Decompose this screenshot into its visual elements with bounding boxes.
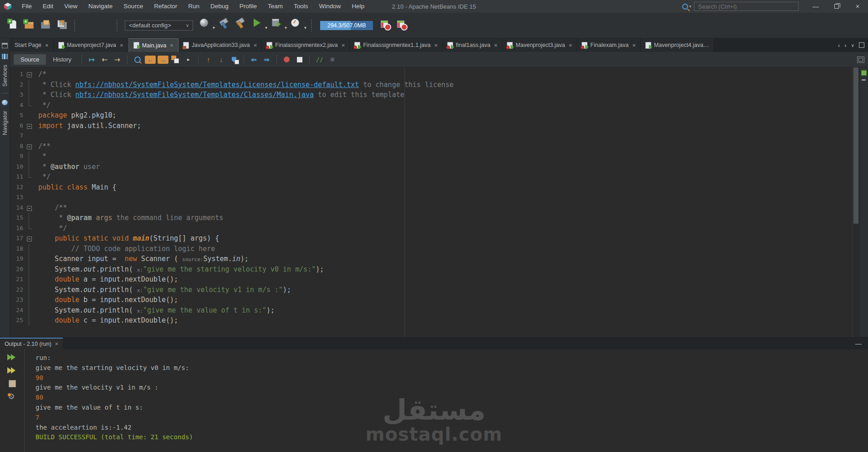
line-number[interactable]: 20 — [10, 264, 26, 275]
menu-item-team[interactable]: Team — [262, 0, 288, 13]
line-number[interactable]: 9 — [10, 151, 26, 162]
menu-item-source[interactable]: Source — [118, 0, 148, 13]
fold-toggle-icon[interactable] — [26, 141, 35, 152]
search-input[interactable] — [694, 2, 799, 11]
line-number[interactable]: 12 — [10, 182, 26, 193]
run-icon[interactable] — [250, 16, 263, 29]
tab-close-icon[interactable]: × — [434, 42, 438, 48]
record-icon[interactable] — [281, 54, 292, 65]
line-number[interactable]: 1 — [10, 69, 26, 80]
code-line[interactable]: 24 System.out.println( x:"give me the va… — [10, 305, 852, 316]
line-number[interactable]: 4 — [10, 100, 26, 111]
code-line[interactable]: 4 */ — [10, 100, 852, 111]
search-icon[interactable] — [682, 4, 688, 10]
uncomment-icon[interactable] — [327, 54, 338, 65]
line-number[interactable]: 19 — [10, 254, 26, 264]
window-icon[interactable] — [2, 43, 8, 48]
last-edit-icon[interactable] — [87, 54, 97, 65]
history-view-button[interactable]: History — [46, 54, 78, 65]
editor-tab[interactable]: Finalexam.java× — [577, 38, 641, 52]
minimize-button[interactable]: — — [805, 0, 826, 13]
config-dropdown[interactable]: <default config> ∨ — [125, 21, 193, 31]
next-icon[interactable] — [158, 56, 168, 64]
editor-tab[interactable]: Main.java× — [128, 38, 179, 52]
tab-close-icon[interactable]: × — [120, 42, 123, 48]
fold-toggle-icon[interactable] — [26, 121, 35, 131]
menu-item-debug[interactable]: Debug — [205, 0, 234, 13]
code-line[interactable]: 8/** — [10, 141, 852, 152]
line-number[interactable]: 18 — [10, 244, 26, 254]
menu-item-run[interactable]: Run — [183, 0, 205, 13]
back-icon[interactable] — [99, 54, 110, 65]
code-line[interactable]: 1/* — [10, 69, 852, 80]
restore-button[interactable] — [826, 0, 847, 13]
code-line[interactable]: 25 double c = input.nextDouble(); — [10, 315, 852, 326]
globe-dropdown-caret-icon[interactable]: ▾ — [213, 25, 215, 30]
menu-item-window[interactable]: Window — [314, 0, 347, 13]
line-number[interactable]: 3 — [10, 90, 26, 100]
redo-icon[interactable] — [98, 18, 111, 31]
output-console[interactable]: run:give me the starting velocity v0 in … — [25, 349, 868, 452]
code-line[interactable]: 3 * Click nbfs://nbhost/SystemFileSystem… — [10, 90, 852, 100]
clean-build-icon[interactable] — [234, 16, 246, 29]
menu-item-navigate[interactable]: Navigate — [83, 0, 118, 13]
code-line[interactable]: 20 System.out.println( x:"give me the st… — [10, 264, 852, 275]
bm-next-icon[interactable] — [216, 54, 227, 65]
save-all-icon[interactable] — [56, 18, 68, 31]
menu-item-profile[interactable]: Profile — [234, 0, 262, 13]
editor-tab[interactable]: Mavenproject7.java× — [54, 38, 128, 52]
ant-settings-icon[interactable] — [7, 393, 17, 401]
run-dropdown-caret-icon[interactable]: ▾ — [265, 25, 267, 30]
expand-icon[interactable] — [183, 54, 194, 65]
code-line[interactable]: 23 double b = input.nextDouble(); — [10, 295, 852, 305]
shift-left-icon[interactable] — [249, 54, 260, 65]
editor-tab[interactable]: Mavenproject4.java… — [641, 38, 714, 52]
rerun-icon[interactable] — [7, 353, 17, 361]
search-dropdown-caret-icon[interactable]: ▾ — [689, 4, 691, 9]
find-icon[interactable] — [132, 54, 143, 65]
line-number[interactable]: 24 — [10, 305, 26, 316]
new-project-icon[interactable] — [23, 18, 36, 31]
line-number[interactable]: 10 — [10, 162, 26, 172]
stop-run-icon[interactable] — [7, 380, 17, 388]
dock-tab-services[interactable]: Services — [2, 65, 8, 87]
services-icon[interactable] — [2, 54, 8, 59]
shift-right-icon[interactable] — [261, 54, 272, 65]
menu-item-help[interactable]: Help — [347, 0, 370, 13]
new-file-icon[interactable] — [6, 18, 19, 31]
maximize-editor-icon[interactable] — [859, 42, 864, 48]
code-line[interactable]: 7 — [10, 131, 852, 141]
code-line[interactable]: 15 * @param args the command line argume… — [10, 213, 852, 223]
line-number[interactable]: 23 — [10, 295, 26, 305]
open-project-icon[interactable] — [39, 18, 52, 31]
code-line[interactable]: 21 double a = input.nextDouble(); — [10, 274, 852, 285]
highlight-icon[interactable] — [170, 54, 181, 65]
source-view-button[interactable]: Source — [14, 54, 46, 65]
editor-tab[interactable]: Finalassignmentex1.1.java× — [350, 38, 443, 52]
debug-icon[interactable] — [270, 16, 282, 29]
debug-dropdown-caret-icon[interactable]: ▾ — [285, 25, 287, 30]
tab-close-icon[interactable]: × — [494, 42, 498, 48]
memory-usage-bar[interactable]: 294.3/507.0MB — [320, 21, 373, 30]
tab-close-icon[interactable]: × — [170, 42, 174, 48]
navigator-icon[interactable] — [2, 100, 8, 105]
editor-tab[interactable]: Mavenproject3.java× — [502, 38, 577, 52]
code-line[interactable]: 9 * — [10, 151, 852, 162]
profile-icon[interactable] — [289, 16, 302, 29]
rerun-stopped-icon[interactable] — [7, 366, 17, 375]
code-line[interactable]: 12public class Main { — [10, 182, 852, 193]
line-number[interactable]: 5 — [10, 110, 26, 121]
bm-toggle-icon[interactable] — [229, 54, 240, 65]
menu-item-view[interactable]: View — [59, 0, 83, 13]
line-number[interactable]: 11 — [10, 172, 26, 182]
gc-time-icon[interactable] — [378, 18, 391, 31]
code-line[interactable]: 11 */ — [10, 172, 852, 182]
fold-toggle-icon[interactable] — [26, 233, 35, 244]
globe-icon[interactable] — [198, 16, 210, 29]
line-number[interactable]: 13 — [10, 192, 26, 203]
line-number[interactable]: 7 — [10, 131, 26, 141]
bm-prev-icon[interactable] — [203, 54, 214, 65]
output-tab-close-icon[interactable]: × — [55, 341, 58, 347]
editor-tab[interactable]: final1ass.java× — [443, 38, 502, 52]
code-line[interactable]: 5package pkg2.pkg10; — [10, 110, 852, 121]
